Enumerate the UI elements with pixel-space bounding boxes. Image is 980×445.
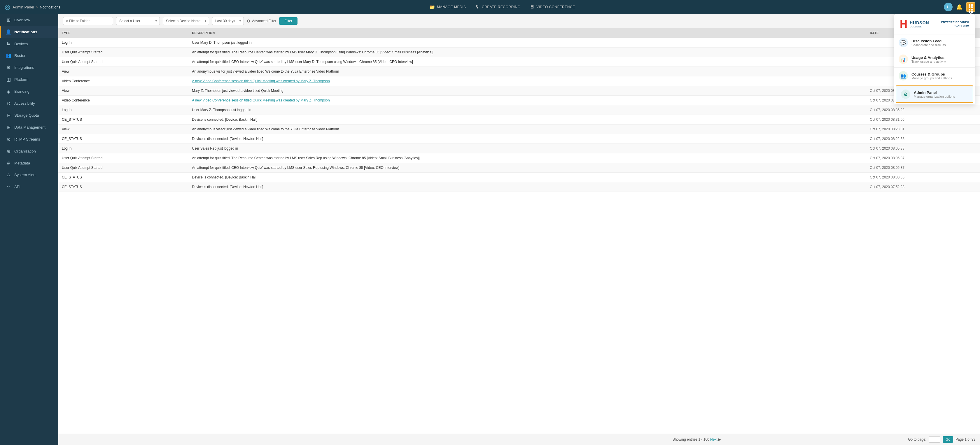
usage-analytics-title: Usage & Analytics [912,56,946,60]
table-row: ViewAn anonymous visitor just viewed a v… [58,67,980,76]
sidebar-label-rtmp-streams: RTMP Streams [14,137,40,141]
col-type: Type [58,28,188,38]
sidebar-label-data-management: Data Management [14,125,46,129]
pagination-info: Showing entries 1 - 100 Next ▶ [485,437,908,442]
cell-date: Oct 07, 2020 08:00:36 [866,173,980,182]
hudson-logo: H HUDSON COLLEGE [900,19,929,29]
go-button[interactable]: Go [943,436,953,443]
go-to-page-label: Go to page: [908,437,926,442]
sidebar-item-roster[interactable]: 👥 Roster [0,49,58,62]
user-select[interactable]: Select a User [116,17,160,25]
cell-description: Device is connected. [Device: Baskin Hal… [188,115,866,124]
date-range-select[interactable]: Last 30 days Last 7 days Last 90 days [212,17,244,25]
table-row: CE_STATUSDevice is connected. [Device: B… [58,173,980,182]
date-select-wrapper: Last 30 days Last 7 days Last 90 days [212,17,244,25]
advanced-filter-btn[interactable]: ⚙ Advanced Filter [247,19,276,23]
cell-date: Oct 07, 2020 07:52:28 [866,182,980,192]
table-row: User Quiz Attempt StartedAn attempt for … [58,163,980,173]
sidebar-item-devices[interactable]: 🖥 Devices [0,38,58,49]
nav-center: 📁 MANAGE MEDIA 🎙 CREATE RECORDING 🖥 VIDE… [60,5,944,10]
cell-description: An attempt for quiz titled 'CEO Intervie… [188,57,866,67]
cell-type: Log In [58,144,188,153]
breadcrumb-parent[interactable]: Admin Panel [13,5,34,10]
hudson-text: HUDSON COLLEGE [910,21,929,28]
overview-icon: ⊞ [6,17,11,23]
apps-dropdown: H HUDSON COLLEGE ENTERPRISE VIDEOPLATFOR… [894,14,975,104]
sidebar-item-branding[interactable]: ◈ Branding [0,86,58,97]
bell-icon[interactable]: 🔔 [956,4,963,10]
cell-description: Device is disconnected. [Device: Newton … [188,134,866,144]
dropdown-item-usage-analytics[interactable]: 📊 Usage & Analytics Track usage and acti… [894,51,975,68]
cell-type: Video Conference [58,76,188,86]
discussion-feed-text: Discussion Feed Collaborate and discuss [912,39,946,47]
create-recording-label: CREATE RECORDING [482,5,520,9]
sidebar-item-data-management[interactable]: ⊞ Data Management [0,121,58,133]
cell-description: Mary Z. Thompson just viewed a video tit… [188,86,866,95]
manage-media-btn[interactable]: 📁 MANAGE MEDIA [430,5,466,10]
breadcrumb-current: Notifications [40,5,60,10]
organization-icon: ⊕ [6,148,11,154]
hudson-initial: H [900,19,907,29]
dropdown-item-admin-panel[interactable]: ⚙ Admin Panel Manage organization option… [896,86,973,103]
discussion-feed-sub: Collaborate and discuss [912,43,946,47]
sidebar-item-system-alert[interactable]: △ System Alert [0,169,58,181]
cell-description: An attempt for quiz titled 'CEO Intervie… [188,163,866,173]
courses-groups-title: Courses & Groups [912,72,952,76]
advanced-filter-label: Advanced Filter [252,19,276,23]
enterprise-label: ENTERPRISE VIDEOPLATFORM [941,21,969,28]
apps-grid-button[interactable] [966,2,975,12]
courses-groups-icon: 👥 [899,71,908,81]
dropdown-item-discussion-feed[interactable]: 💬 Discussion Feed Collaborate and discus… [894,34,975,51]
notifications-table: Type Description Date Log InUser Mary D.… [58,28,980,192]
table-row: Video ConferenceA new Video Conference s… [58,95,980,105]
cell-description: An anonymous visitor just viewed a video… [188,67,866,76]
next-link[interactable]: Next [710,437,718,442]
sidebar-item-storage-quota[interactable]: ⊟ Storage Quota [0,110,58,121]
breadcrumb: Admin Panel > Notifications [13,5,60,10]
user-avatar[interactable]: U [944,3,953,11]
sidebar-label-metadata: Metadata [14,161,30,165]
table-row: User Quiz Attempt StartedAn attempt for … [58,153,980,163]
storage-icon: ⊟ [6,113,11,118]
sidebar-item-api[interactable]: ↔ API [0,181,58,192]
sidebar-item-integrations[interactable]: ⚙ Integrations [0,62,58,73]
cell-description: Device is disconnected. [Device: Newton … [188,182,866,192]
cell-type: View [58,86,188,95]
sidebar-item-rtmp-streams[interactable]: ⊛ RTMP Streams [0,133,58,145]
cell-description: An attempt for quiz titled 'The Resource… [188,153,866,163]
cell-date: Oct 07, 2020 08:05:38 [866,144,980,153]
sidebar-item-platform[interactable]: ◫ Platform [0,73,58,86]
discussion-feed-icon: 💬 [899,38,908,47]
courses-groups-sub: Manage groups and settings [912,76,952,80]
cell-description[interactable]: A new Video Conference session titled Qu… [188,95,866,105]
cell-type: CE_STATUS [58,134,188,144]
sidebar-item-organization[interactable]: ⊕ Organization [0,145,58,157]
sidebar-item-metadata[interactable]: # Metadata [0,157,58,169]
dropdown-item-courses-groups[interactable]: 👥 Courses & Groups Manage groups and set… [894,68,975,84]
showing-entries: Showing entries 1 - 100 [673,437,710,442]
sidebar-item-overview[interactable]: ⊞ Overview [0,14,58,26]
cell-description: User Mary Z. Thompson just logged in [188,105,866,115]
user-select-wrapper: Select a User [116,17,160,25]
device-name-select[interactable]: Select a Device Name [163,17,209,25]
sidebar: ⊞ Overview 👤 Notifications 🖥 Devices 👥 R… [0,14,58,445]
page-number-input[interactable] [929,436,940,443]
table-row: CE_STATUSDevice is disconnected. [Device… [58,134,980,144]
create-recording-btn[interactable]: 🎙 CREATE RECORDING [475,5,520,10]
cell-type: User Quiz Attempt Started [58,153,188,163]
sidebar-label-platform: Platform [14,77,28,82]
next-arrow: ▶ [718,437,721,442]
file-folder-input[interactable] [63,17,113,25]
cell-type: CE_STATUS [58,173,188,182]
sidebar-item-accessibility[interactable]: ⊜ Accessibility [0,97,58,110]
notifications-icon: 👤 [6,29,11,35]
cell-date: Oct 07, 2020 08:05:37 [866,153,980,163]
manage-media-label: MANAGE MEDIA [437,5,466,9]
cell-description[interactable]: A new Video Conference session titled Qu… [188,76,866,86]
filter-button[interactable]: Filter [279,17,298,25]
table-body: Log InUser Mary D. Thompson just logged … [58,38,980,192]
sidebar-item-notifications[interactable]: 👤 Notifications [0,26,58,38]
table-row: Log InUser Mary Z. Thompson just logged … [58,105,980,115]
video-conference-btn[interactable]: 🖥 VIDEO CONFERENCE [530,5,575,10]
go-to-page: Go to page: Go Page 1 of 93 [908,436,975,443]
